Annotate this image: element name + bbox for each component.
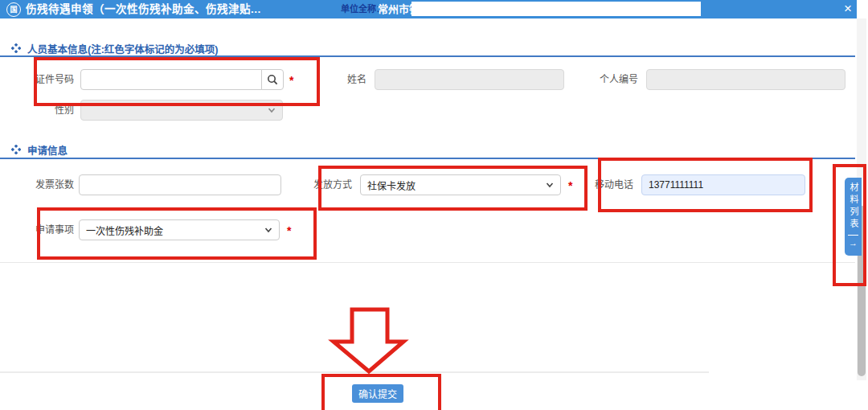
id-required-mark: *	[289, 72, 293, 89]
material-list-tab[interactable]: 材料列表 →	[845, 178, 862, 256]
name-input	[375, 69, 564, 90]
id-number-label: 证件号码	[13, 69, 74, 90]
mobile-phone-input[interactable]	[641, 174, 805, 195]
person-section-title: 人员基本信息(注:红色字体标记的为必填项)	[27, 41, 219, 56]
tab-divider	[848, 235, 858, 236]
name-label: 姓名	[315, 69, 366, 90]
apply-section-title: 申请信息	[27, 142, 68, 158]
gender-select	[80, 100, 283, 121]
apply-item-required-mark: *	[287, 222, 291, 240]
annotation-down-arrow	[324, 306, 414, 375]
chevron-down-icon	[546, 181, 554, 189]
personal-no-input	[646, 69, 845, 90]
personal-no-label: 个人编号	[572, 69, 638, 90]
mobile-phone-label: 移动电话	[574, 174, 633, 195]
form-circle-icon: 国	[6, 2, 21, 17]
chevron-down-icon	[264, 226, 272, 234]
apply-item-label: 申请事项	[13, 219, 74, 240]
chevron-down-icon	[268, 106, 276, 114]
diamond-icon	[11, 145, 21, 154]
invoice-count-label: 发票张数	[13, 174, 74, 195]
payment-method-select[interactable]: 社保卡发放	[360, 174, 561, 195]
form-panel-bottom-border	[0, 262, 855, 263]
search-icon	[267, 74, 278, 85]
id-number-input[interactable]	[80, 69, 262, 90]
apply-item-value: 一次性伤残补助金	[86, 223, 163, 237]
apply-section-header: 申请信息	[11, 143, 68, 156]
redacted-unit-box	[411, 2, 701, 16]
payment-method-label: 发放方式	[294, 174, 352, 195]
section-divider	[0, 158, 855, 159]
invoice-count-input[interactable]	[79, 174, 281, 195]
arrow-right-icon: →	[849, 238, 858, 248]
gender-label: 性别	[13, 100, 74, 121]
page-title: 伤残待遇申领（一次性伤残补助金、伤残津贴...	[26, 0, 261, 18]
id-search-button[interactable]	[261, 69, 284, 90]
apply-item-select[interactable]: 一次性伤残补助金	[79, 219, 280, 240]
title-bar: 国 伤残待遇申领（一次性伤残补助金、伤残津贴... 单位全称： 常州市钟楼区 ×	[0, 0, 857, 18]
diamond-icon	[11, 43, 21, 53]
person-section-header: 人员基本信息(注:红色字体标记的为必填项)	[11, 42, 219, 55]
confirm-submit-button[interactable]: 确认提交	[352, 384, 403, 403]
payment-method-value: 社保卡发放	[367, 178, 416, 192]
material-list-tab-label: 材料列表	[847, 182, 859, 231]
close-icon[interactable]: ×	[839, 0, 857, 18]
payment-required-mark: *	[568, 177, 572, 195]
section-divider	[0, 55, 855, 57]
